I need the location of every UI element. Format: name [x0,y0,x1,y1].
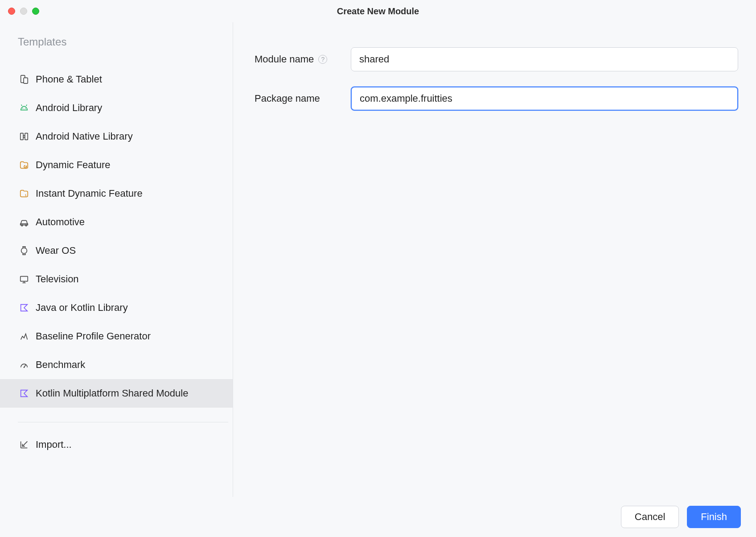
baseline-profile-icon [19,331,29,342]
sidebar-item-phone-tablet[interactable]: Phone & Tablet [18,65,233,94]
sidebar-item-label: Automotive [36,216,85,228]
phone-tablet-icon [19,74,29,85]
templates-heading: Templates [18,36,233,48]
package-name-label: Package name [255,93,320,104]
help-icon[interactable]: ? [318,55,327,64]
sidebar-item-label: Kotlin Multiplatform Shared Module [36,388,188,399]
dynamic-feature-icon [19,160,29,170]
sidebar-item-label: Java or Kotlin Library [36,302,128,314]
sidebar-item-label: Television [36,273,79,285]
sidebar-item-instant-dynamic-feature[interactable]: Instant Dynamic Feature [18,179,233,208]
sidebar-item-dynamic-feature[interactable]: Dynamic Feature [18,151,233,179]
sidebar-item-import[interactable]: Import... [18,430,233,459]
dialog-footer: Cancel Finish [0,497,756,537]
sidebar-item-label: Android Native Library [36,131,133,142]
benchmark-icon [19,359,29,370]
import-icon [19,439,29,450]
sidebar-item-label: Benchmark [36,359,85,371]
sidebar-item-android-library[interactable]: Android Library [18,94,233,122]
sidebar-divider [18,422,228,422]
sidebar-item-label: Instant Dynamic Feature [36,188,143,199]
svg-point-8 [21,248,27,254]
android-icon [19,103,29,113]
sidebar-item-benchmark[interactable]: Benchmark [18,351,233,379]
svg-rect-9 [21,277,28,281]
svg-rect-1 [24,78,28,83]
svg-point-3 [25,108,26,109]
finish-button[interactable]: Finish [687,506,741,528]
form-row-module-name: Module name ? [255,47,738,71]
wear-os-icon [19,245,29,256]
sidebar-item-automotive[interactable]: Automotive [18,208,233,236]
window-title: Create New Module [0,6,756,17]
module-name-label-group: Module name ? [255,54,351,65]
native-library-icon [19,131,29,142]
sidebar-item-wear-os[interactable]: Wear OS [18,236,233,265]
sidebar-item-television[interactable]: Television [18,265,233,293]
sidebar-item-label: Phone & Tablet [36,74,102,85]
main-area: Templates Phone & TabletAndroid LibraryA… [0,22,756,497]
svg-rect-5 [25,133,28,140]
titlebar: Create New Module [0,0,756,22]
templates-sidebar: Templates Phone & TabletAndroid LibraryA… [0,22,233,497]
sidebar-item-java-or-kotlin-library[interactable]: Java or Kotlin Library [18,293,233,322]
module-form: Module name ? Package name [233,22,756,497]
package-name-input[interactable] [351,87,738,111]
module-name-label: Module name [255,54,314,65]
instant-dynamic-feature-icon [19,188,29,199]
module-name-input[interactable] [351,47,738,71]
sidebar-item-label: Wear OS [36,245,76,256]
sidebar-item-baseline-profile-generator[interactable]: Baseline Profile Generator [18,322,233,351]
templates-list: Phone & TabletAndroid LibraryAndroid Nat… [18,65,233,408]
form-row-package-name: Package name [255,87,738,111]
television-icon [19,274,29,285]
svg-point-7 [25,225,27,226]
svg-point-10 [24,367,25,368]
svg-point-6 [21,225,23,226]
sidebar-item-label: Android Library [36,102,102,114]
sidebar-item-android-native-library[interactable]: Android Native Library [18,122,233,151]
sidebar-item-label: Baseline Profile Generator [36,330,151,342]
automotive-icon [19,217,29,227]
kotlin-multiplatform-icon [19,388,29,399]
sidebar-item-kotlin-multiplatform-shared-module[interactable]: Kotlin Multiplatform Shared Module [0,379,233,408]
svg-rect-4 [21,133,23,140]
svg-point-2 [22,108,23,109]
cancel-button[interactable]: Cancel [621,506,679,528]
package-name-label-group: Package name [255,93,351,104]
sidebar-item-label: Import... [36,439,72,450]
sidebar-item-label: Dynamic Feature [36,159,111,171]
kotlin-library-icon [19,302,29,313]
